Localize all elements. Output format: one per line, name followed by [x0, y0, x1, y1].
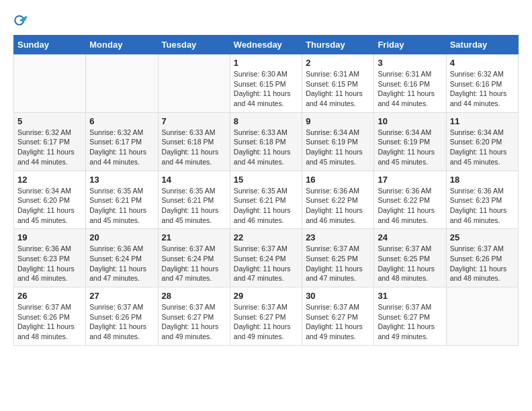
day-info: Sunrise: 6:31 AM Sunset: 6:16 PM Dayligh… — [378, 69, 442, 109]
day-info: Sunrise: 6:37 AM Sunset: 6:27 PM Dayligh… — [162, 302, 226, 342]
calendar-cell: 27Sunrise: 6:37 AM Sunset: 6:26 PM Dayli… — [86, 287, 158, 346]
weekday-header-sunday: Sunday — [14, 36, 86, 54]
calendar-cell: 3Sunrise: 6:31 AM Sunset: 6:16 PM Daylig… — [374, 54, 446, 113]
day-number: 26 — [17, 291, 82, 301]
day-number: 28 — [162, 291, 226, 301]
calendar-cell: 31Sunrise: 6:37 AM Sunset: 6:27 PM Dayli… — [374, 287, 446, 346]
calendar-cell: 1Sunrise: 6:30 AM Sunset: 6:15 PM Daylig… — [230, 54, 302, 113]
calendar-cell: 23Sunrise: 6:37 AM Sunset: 6:25 PM Dayli… — [302, 229, 374, 287]
day-number: 5 — [17, 116, 82, 126]
calendar-cell: 26Sunrise: 6:37 AM Sunset: 6:26 PM Dayli… — [14, 287, 86, 346]
day-number: 31 — [378, 291, 442, 301]
calendar-cell — [86, 54, 158, 113]
day-number: 21 — [162, 232, 226, 242]
calendar-cell: 29Sunrise: 6:37 AM Sunset: 6:27 PM Dayli… — [230, 287, 302, 346]
calendar-cell: 12Sunrise: 6:34 AM Sunset: 6:20 PM Dayli… — [14, 171, 86, 229]
day-info: Sunrise: 6:37 AM Sunset: 6:27 PM Dayligh… — [306, 302, 370, 342]
day-info: Sunrise: 6:37 AM Sunset: 6:26 PM Dayligh… — [450, 244, 515, 283]
day-info: Sunrise: 6:37 AM Sunset: 6:26 PM Dayligh… — [89, 302, 154, 342]
day-info: Sunrise: 6:34 AM Sunset: 6:19 PM Dayligh… — [306, 128, 370, 167]
day-number: 14 — [162, 175, 226, 185]
calendar-cell — [446, 287, 518, 346]
day-number: 24 — [378, 232, 442, 242]
calendar-cell: 6Sunrise: 6:32 AM Sunset: 6:17 PM Daylig… — [86, 112, 158, 171]
day-info: Sunrise: 6:36 AM Sunset: 6:23 PM Dayligh… — [17, 244, 82, 283]
calendar-cell: 17Sunrise: 6:36 AM Sunset: 6:22 PM Dayli… — [374, 171, 446, 229]
day-number: 30 — [306, 291, 370, 301]
week-row-4: 19Sunrise: 6:36 AM Sunset: 6:23 PM Dayli… — [14, 229, 519, 287]
day-info: Sunrise: 6:34 AM Sunset: 6:20 PM Dayligh… — [17, 186, 82, 226]
logo-icon — [13, 13, 28, 28]
calendar-cell — [14, 54, 86, 113]
calendar: SundayMondayTuesdayWednesdayThursdayFrid… — [13, 35, 519, 346]
weekday-header-saturday: Saturday — [446, 36, 518, 54]
day-number: 15 — [234, 175, 298, 185]
day-number: 8 — [234, 116, 298, 126]
week-row-2: 5Sunrise: 6:32 AM Sunset: 6:17 PM Daylig… — [14, 112, 519, 171]
week-row-5: 26Sunrise: 6:37 AM Sunset: 6:26 PM Dayli… — [14, 287, 519, 346]
day-number: 18 — [450, 175, 515, 185]
day-number: 20 — [89, 232, 154, 242]
logo — [13, 13, 31, 28]
day-number: 13 — [89, 175, 154, 185]
day-number: 10 — [378, 116, 442, 126]
day-info: Sunrise: 6:33 AM Sunset: 6:18 PM Dayligh… — [234, 128, 298, 167]
day-number: 7 — [162, 116, 226, 126]
calendar-cell: 4Sunrise: 6:32 AM Sunset: 6:16 PM Daylig… — [446, 54, 518, 113]
day-number: 12 — [17, 175, 82, 185]
day-info: Sunrise: 6:37 AM Sunset: 6:25 PM Dayligh… — [378, 244, 442, 283]
day-info: Sunrise: 6:32 AM Sunset: 6:16 PM Dayligh… — [450, 69, 515, 109]
day-number: 4 — [450, 58, 515, 68]
calendar-cell: 13Sunrise: 6:35 AM Sunset: 6:21 PM Dayli… — [86, 171, 158, 229]
header — [13, 13, 519, 28]
day-number: 23 — [306, 232, 370, 242]
day-number: 9 — [306, 116, 370, 126]
day-info: Sunrise: 6:36 AM Sunset: 6:22 PM Dayligh… — [378, 186, 442, 226]
day-info: Sunrise: 6:37 AM Sunset: 6:27 PM Dayligh… — [234, 302, 298, 342]
day-info: Sunrise: 6:37 AM Sunset: 6:24 PM Dayligh… — [162, 244, 226, 283]
calendar-cell: 14Sunrise: 6:35 AM Sunset: 6:21 PM Dayli… — [158, 171, 230, 229]
calendar-cell: 2Sunrise: 6:31 AM Sunset: 6:15 PM Daylig… — [302, 54, 374, 113]
calendar-cell: 7Sunrise: 6:33 AM Sunset: 6:18 PM Daylig… — [158, 112, 230, 171]
day-number: 29 — [234, 291, 298, 301]
day-number: 19 — [17, 232, 82, 242]
calendar-cell: 20Sunrise: 6:36 AM Sunset: 6:24 PM Dayli… — [86, 229, 158, 287]
day-info: Sunrise: 6:32 AM Sunset: 6:17 PM Dayligh… — [89, 128, 154, 167]
calendar-cell: 16Sunrise: 6:36 AM Sunset: 6:22 PM Dayli… — [302, 171, 374, 229]
day-info: Sunrise: 6:34 AM Sunset: 6:20 PM Dayligh… — [450, 128, 515, 167]
day-number: 6 — [89, 116, 154, 126]
day-info: Sunrise: 6:37 AM Sunset: 6:27 PM Dayligh… — [378, 302, 442, 342]
day-number: 3 — [378, 58, 442, 68]
day-info: Sunrise: 6:31 AM Sunset: 6:15 PM Dayligh… — [306, 69, 370, 109]
day-info: Sunrise: 6:37 AM Sunset: 6:26 PM Dayligh… — [17, 302, 82, 342]
calendar-cell: 8Sunrise: 6:33 AM Sunset: 6:18 PM Daylig… — [230, 112, 302, 171]
weekday-header-friday: Friday — [374, 36, 446, 54]
day-info: Sunrise: 6:36 AM Sunset: 6:23 PM Dayligh… — [450, 186, 515, 226]
calendar-cell: 19Sunrise: 6:36 AM Sunset: 6:23 PM Dayli… — [14, 229, 86, 287]
day-info: Sunrise: 6:35 AM Sunset: 6:21 PM Dayligh… — [234, 186, 298, 226]
day-number: 17 — [378, 175, 442, 185]
weekday-header-monday: Monday — [86, 36, 158, 54]
day-info: Sunrise: 6:37 AM Sunset: 6:25 PM Dayligh… — [306, 244, 370, 283]
calendar-cell: 21Sunrise: 6:37 AM Sunset: 6:24 PM Dayli… — [158, 229, 230, 287]
day-number: 2 — [306, 58, 370, 68]
calendar-cell: 25Sunrise: 6:37 AM Sunset: 6:26 PM Dayli… — [446, 229, 518, 287]
day-info: Sunrise: 6:30 AM Sunset: 6:15 PM Dayligh… — [234, 69, 298, 109]
calendar-cell: 30Sunrise: 6:37 AM Sunset: 6:27 PM Dayli… — [302, 287, 374, 346]
weekday-header-tuesday: Tuesday — [158, 36, 230, 54]
day-info: Sunrise: 6:35 AM Sunset: 6:21 PM Dayligh… — [162, 186, 226, 226]
calendar-cell: 18Sunrise: 6:36 AM Sunset: 6:23 PM Dayli… — [446, 171, 518, 229]
calendar-cell: 15Sunrise: 6:35 AM Sunset: 6:21 PM Dayli… — [230, 171, 302, 229]
day-number: 25 — [450, 232, 515, 242]
day-number: 1 — [234, 58, 298, 68]
calendar-cell: 22Sunrise: 6:37 AM Sunset: 6:24 PM Dayli… — [230, 229, 302, 287]
calendar-cell: 9Sunrise: 6:34 AM Sunset: 6:19 PM Daylig… — [302, 112, 374, 171]
weekday-header-row: SundayMondayTuesdayWednesdayThursdayFrid… — [14, 36, 519, 54]
day-info: Sunrise: 6:36 AM Sunset: 6:24 PM Dayligh… — [89, 244, 154, 283]
day-number: 22 — [234, 232, 298, 242]
calendar-cell: 10Sunrise: 6:34 AM Sunset: 6:19 PM Dayli… — [374, 112, 446, 171]
weekday-header-wednesday: Wednesday — [230, 36, 302, 54]
week-row-1: 1Sunrise: 6:30 AM Sunset: 6:15 PM Daylig… — [14, 54, 519, 113]
day-info: Sunrise: 6:36 AM Sunset: 6:22 PM Dayligh… — [306, 186, 370, 226]
day-info: Sunrise: 6:32 AM Sunset: 6:17 PM Dayligh… — [17, 128, 82, 167]
